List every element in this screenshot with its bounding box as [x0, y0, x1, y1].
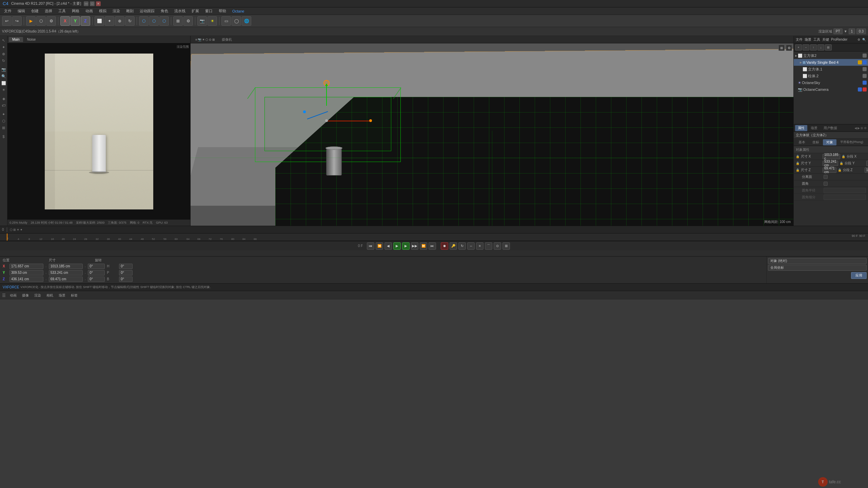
timeline-ruler[interactable]: 0 4 8 12 16 20 24 28 32 36 40 44 48 52 5… — [0, 233, 868, 241]
tf-hpb-b-val[interactable]: 0° — [119, 277, 133, 282]
pp-sub-coord[interactable]: 坐标 — [809, 139, 823, 145]
hier-item-cylinder[interactable]: ▶ ⬜ 柱体.2 — [794, 73, 868, 79]
tl-icon-1[interactable]: ⬡ — [10, 228, 13, 231]
menu-pipeline[interactable]: 流水线 — [172, 8, 188, 14]
sidebar-box[interactable]: ⬜ — [1, 80, 7, 86]
tf-size-y[interactable]: 533.241 cm — [49, 270, 83, 276]
prop-value-size-y[interactable]: 533.241 cm — [823, 161, 838, 166]
sidebar-tag[interactable]: 🏷 — [1, 102, 7, 108]
prop-value-size-x[interactable]: 1013.185 c — [823, 154, 840, 159]
tf-rot-z[interactable]: 0° — [88, 277, 105, 282]
pp-nav-back[interactable]: ◀ — [854, 126, 857, 130]
tab-main[interactable]: Main — [9, 37, 23, 42]
menu-character[interactable]: 角色 — [158, 8, 171, 14]
sidebar-move[interactable]: ✦ — [1, 44, 7, 50]
menu-mesh[interactable]: 网格 — [69, 8, 82, 14]
menu-window[interactable]: 窗口 — [202, 8, 215, 14]
object-mode[interactable]: ⬜ — [95, 16, 104, 26]
menu-motiontrack[interactable]: 运动跟踪 — [137, 8, 157, 14]
btn-go-start[interactable]: ⏮ — [367, 242, 374, 250]
hier-item-octanecam[interactable]: ▶ 📷 OctaneCamera — [794, 86, 868, 93]
hier-move-up[interactable]: ↑ — [810, 44, 817, 50]
scene-3d-content[interactable]: 网格间距: 100 cm ⊞ ⚙ — [191, 43, 793, 226]
hier-group[interactable]: ⊞ — [825, 44, 832, 50]
bc-render[interactable]: 渲染 — [33, 292, 42, 299]
btn-motion[interactable]: ⊞ — [502, 242, 510, 250]
menu-create[interactable]: 创建 — [28, 8, 41, 14]
render-button[interactable]: ▶ — [26, 16, 36, 26]
btn-prev-frame[interactable]: ◀ — [384, 242, 392, 250]
prop-check-separate[interactable] — [824, 175, 828, 179]
btn-record[interactable]: ⏺ — [441, 242, 448, 250]
hier-tab-scene[interactable]: 场景 — [805, 37, 811, 42]
tf-rot-x[interactable]: 0° — [88, 264, 105, 269]
btn-next-key[interactable]: ⏩ — [420, 242, 427, 250]
sidebar-select[interactable]: ↖ — [1, 37, 7, 43]
sidebar-material[interactable]: ◈ — [1, 96, 7, 102]
hier-item-octanesky[interactable]: ▶ ☀ OctaneSky — [794, 79, 868, 86]
btn-prev-key[interactable]: ⏪ — [376, 242, 383, 250]
bc-camera[interactable]: 摄像 — [21, 292, 30, 299]
pp-sub-object[interactable]: 对象 — [823, 139, 836, 145]
hier-icon-settings[interactable]: ⚙ — [857, 38, 860, 41]
btn-play-forward2[interactable]: ▶ — [402, 242, 410, 250]
light-button[interactable]: ☀ — [208, 16, 217, 26]
sky-button[interactable]: ◯ — [232, 16, 241, 26]
sidebar-scale[interactable]: ⊕ — [1, 51, 7, 57]
btn-autokey[interactable]: 🔑 — [450, 242, 457, 250]
hier-new[interactable]: + — [795, 44, 802, 50]
bc-hamburger[interactable]: ☰ — [2, 293, 6, 298]
btn-next-frame[interactable]: ▶▶ — [411, 242, 418, 250]
point-mode[interactable]: ⬡ — [159, 16, 169, 26]
tf-size-z[interactable]: 69.471 cm — [49, 277, 83, 282]
btn-loop[interactable]: ↻ — [458, 242, 466, 250]
tf-pos-z[interactable]: 436.141 cm — [9, 277, 43, 282]
tab-noise[interactable]: Noise — [24, 37, 39, 42]
prop-value-seg-z[interactable]: 1 — [865, 167, 868, 173]
hier-tab-key[interactable]: 关键 — [822, 37, 829, 42]
sidebar-camera[interactable]: 📷 — [1, 66, 7, 73]
prop-value-size-z[interactable]: 69.471 cm — [823, 167, 836, 173]
tf-hpb-h-val[interactable]: 0° — [119, 264, 133, 269]
prop-lock-segx[interactable]: 🔒 — [842, 155, 845, 158]
bc-view[interactable]: 场景 — [57, 292, 67, 299]
pp-sub-basic[interactable]: 基本 — [795, 139, 809, 145]
btn-layer[interactable]: ≡ — [476, 242, 484, 250]
move-tool-z[interactable]: Z — [81, 16, 90, 26]
menu-tools[interactable]: 工具 — [56, 8, 68, 14]
rotate-tool[interactable]: ↻ — [125, 16, 135, 26]
sidebar-generator[interactable]: ⊞ — [1, 125, 7, 131]
pp-sub-phong[interactable]: 平滑着色(Phong) — [837, 139, 867, 145]
render-settings[interactable]: ⚙ — [46, 16, 56, 26]
playhead[interactable] — [7, 233, 7, 241]
prop-lock-segz[interactable]: 🔒 — [838, 168, 842, 172]
menu-select[interactable]: 选择 — [42, 8, 55, 14]
bc-animate[interactable]: 动画 — [8, 292, 18, 299]
close-button[interactable]: ✕ — [96, 1, 101, 6]
environment-button[interactable]: 🌐 — [242, 16, 251, 26]
bc-scene[interactable]: 相机 — [45, 292, 55, 299]
prop-lock-z[interactable]: 🔒 — [796, 168, 800, 172]
tf-rot-y[interactable]: 0° — [88, 270, 105, 276]
coord-system-dropdown[interactable]: 对象 (绝对) — [768, 258, 867, 264]
btn-play-forward[interactable]: ▶ — [393, 242, 401, 250]
render-region[interactable]: ⬡ — [36, 16, 46, 26]
hier-tab-file[interactable]: 文件 — [796, 37, 803, 42]
camera-persp[interactable]: 📷 — [197, 16, 207, 26]
move-tool-y[interactable]: Y — [71, 16, 80, 26]
snap-settings[interactable]: ⚙ — [183, 16, 193, 26]
render-mode-dropdown[interactable]: PT — [833, 28, 843, 34]
sidebar-particle[interactable]: ✦ — [1, 111, 7, 117]
gizmo-z-handle[interactable] — [303, 110, 306, 113]
btn-curves[interactable]: ⌒ — [485, 242, 492, 250]
sidebar-extra[interactable]: $ — [1, 134, 7, 140]
btn-onion[interactable]: ⊙ — [494, 242, 501, 250]
btn-bounce[interactable]: ↔ — [467, 242, 475, 250]
hier-item-cube1[interactable]: ▶ ⬜ 立方体.1 — [794, 66, 868, 73]
minimize-button[interactable]: — — [84, 1, 88, 6]
polygon-mode[interactable]: ⬡ — [139, 16, 149, 26]
scale-tool[interactable]: ⊕ — [115, 16, 124, 26]
hier-item-vanity[interactable]: ▶ ⊞ Vanity Single Bed 4 — [794, 59, 868, 66]
pp-icon-2[interactable]: ⚙ — [864, 126, 867, 130]
menu-sculpt[interactable]: 雕刻 — [123, 8, 136, 14]
